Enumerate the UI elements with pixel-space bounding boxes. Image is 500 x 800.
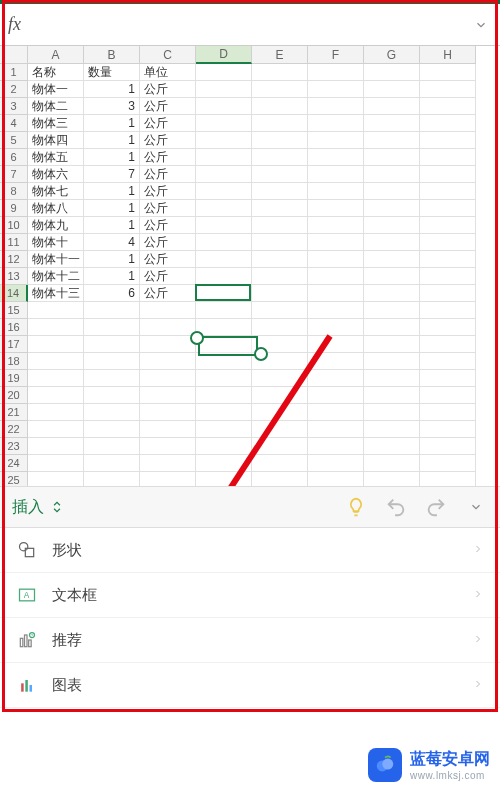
- cell[interactable]: [308, 115, 364, 132]
- row-header[interactable]: 23: [0, 438, 28, 455]
- cell[interactable]: [196, 149, 252, 166]
- cell[interactable]: [252, 115, 308, 132]
- row-header[interactable]: 5: [0, 132, 28, 149]
- cell[interactable]: [364, 353, 420, 370]
- cell[interactable]: [196, 472, 252, 486]
- cell[interactable]: [364, 115, 420, 132]
- cell[interactable]: 公斤: [140, 81, 196, 98]
- more-button[interactable]: [464, 495, 488, 519]
- cell[interactable]: [252, 166, 308, 183]
- cell[interactable]: 物体十三: [28, 285, 84, 302]
- cell[interactable]: [84, 472, 140, 486]
- cell[interactable]: [308, 251, 364, 268]
- cell[interactable]: [308, 302, 364, 319]
- row-header[interactable]: 24: [0, 455, 28, 472]
- cell[interactable]: 1: [84, 149, 140, 166]
- cell[interactable]: 物体七: [28, 183, 84, 200]
- cell[interactable]: [308, 64, 364, 81]
- cell[interactable]: 公斤: [140, 200, 196, 217]
- cell[interactable]: [28, 353, 84, 370]
- cell[interactable]: 公斤: [140, 115, 196, 132]
- cell[interactable]: [140, 336, 196, 353]
- cell[interactable]: [420, 319, 476, 336]
- cell[interactable]: [252, 455, 308, 472]
- row-header[interactable]: 1: [0, 64, 28, 81]
- cell[interactable]: [196, 387, 252, 404]
- cell[interactable]: [28, 455, 84, 472]
- cell[interactable]: [84, 353, 140, 370]
- resize-handle-tl[interactable]: [190, 331, 204, 345]
- cell[interactable]: [196, 251, 252, 268]
- cell[interactable]: [364, 319, 420, 336]
- cell[interactable]: [308, 200, 364, 217]
- cell[interactable]: [364, 217, 420, 234]
- menu-item-shapes[interactable]: 形状: [0, 528, 500, 573]
- column-header-E[interactable]: E: [252, 46, 308, 64]
- cell[interactable]: [308, 387, 364, 404]
- cell[interactable]: [420, 64, 476, 81]
- cell[interactable]: [252, 98, 308, 115]
- cell[interactable]: [196, 404, 252, 421]
- cell[interactable]: [252, 387, 308, 404]
- cell[interactable]: 1: [84, 217, 140, 234]
- cell[interactable]: [420, 183, 476, 200]
- cell[interactable]: [140, 438, 196, 455]
- cell[interactable]: [308, 404, 364, 421]
- cell[interactable]: [252, 217, 308, 234]
- cell[interactable]: 公斤: [140, 183, 196, 200]
- cell[interactable]: [308, 149, 364, 166]
- cell[interactable]: [420, 132, 476, 149]
- cell[interactable]: [252, 472, 308, 486]
- cell[interactable]: 1: [84, 251, 140, 268]
- cell[interactable]: [84, 370, 140, 387]
- cell[interactable]: 1: [84, 81, 140, 98]
- cell[interactable]: [252, 81, 308, 98]
- cell[interactable]: [196, 183, 252, 200]
- cell[interactable]: [308, 285, 364, 302]
- cell[interactable]: 1: [84, 200, 140, 217]
- row-header[interactable]: 6: [0, 149, 28, 166]
- cell[interactable]: [364, 268, 420, 285]
- floating-shape-selection[interactable]: [190, 331, 268, 361]
- cell[interactable]: [308, 370, 364, 387]
- cell[interactable]: [140, 319, 196, 336]
- column-header-D[interactable]: D: [196, 46, 252, 64]
- cell[interactable]: [308, 455, 364, 472]
- cell[interactable]: 物体六: [28, 166, 84, 183]
- cell[interactable]: [420, 217, 476, 234]
- cell[interactable]: [420, 81, 476, 98]
- column-header-G[interactable]: G: [364, 46, 420, 64]
- cell[interactable]: [140, 455, 196, 472]
- cell[interactable]: [28, 370, 84, 387]
- cell[interactable]: 6: [84, 285, 140, 302]
- resize-handle-br[interactable]: [254, 347, 268, 361]
- cell[interactable]: [28, 336, 84, 353]
- cell[interactable]: 1: [84, 115, 140, 132]
- cell[interactable]: [28, 438, 84, 455]
- cell[interactable]: [420, 455, 476, 472]
- cell[interactable]: [420, 353, 476, 370]
- cell[interactable]: [420, 98, 476, 115]
- cell[interactable]: [140, 353, 196, 370]
- row-header[interactable]: 12: [0, 251, 28, 268]
- cell[interactable]: [84, 421, 140, 438]
- cell[interactable]: [308, 353, 364, 370]
- cell[interactable]: 4: [84, 234, 140, 251]
- cell[interactable]: [84, 438, 140, 455]
- cell[interactable]: 物体一: [28, 81, 84, 98]
- cell[interactable]: [308, 132, 364, 149]
- cell[interactable]: [196, 217, 252, 234]
- row-header[interactable]: 16: [0, 319, 28, 336]
- cell[interactable]: [308, 421, 364, 438]
- cell[interactable]: [420, 166, 476, 183]
- cell[interactable]: [364, 251, 420, 268]
- row-header[interactable]: 10: [0, 217, 28, 234]
- cell[interactable]: [308, 81, 364, 98]
- cell[interactable]: [196, 268, 252, 285]
- cell[interactable]: [420, 336, 476, 353]
- cell[interactable]: [364, 438, 420, 455]
- cell[interactable]: [28, 472, 84, 486]
- cell[interactable]: [420, 200, 476, 217]
- ribbon-tab-insert[interactable]: 插入: [12, 497, 64, 518]
- cell[interactable]: [420, 234, 476, 251]
